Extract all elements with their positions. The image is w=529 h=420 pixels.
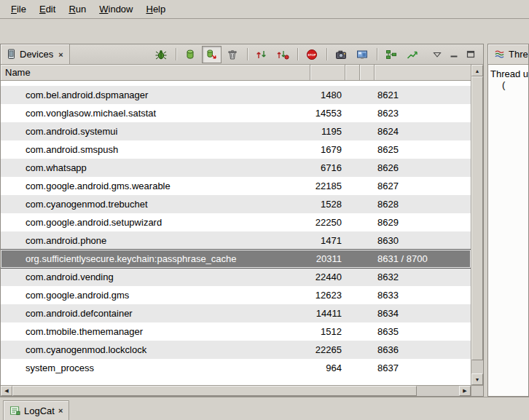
tree-view-button[interactable] xyxy=(382,46,401,63)
logcat-icon xyxy=(9,405,20,416)
process-name: com.android.defcontainer xyxy=(1,308,310,319)
heap-update-cylinder-icon xyxy=(184,49,197,60)
table-row[interactable]: org.sufficientlysecure.keychain:passphra… xyxy=(1,250,471,268)
table-row[interactable]: com.whatsapp67168626 xyxy=(1,159,471,177)
menu-window[interactable]: Window xyxy=(93,1,139,17)
debug-process-button[interactable] xyxy=(152,46,171,63)
table-row[interactable]: com.android.defcontainer144118634 xyxy=(1,304,471,322)
process-port: 8637 xyxy=(375,362,471,373)
toolbar-separator xyxy=(377,48,377,60)
process-port: 8624 xyxy=(375,126,471,137)
update-threads-button[interactable] xyxy=(252,46,272,63)
stop-sign-icon: STOP xyxy=(305,49,318,60)
close-icon[interactable]: × xyxy=(58,406,63,415)
process-name: com.android.smspush xyxy=(1,144,310,155)
bottom-tab-bar: LogCat × xyxy=(0,397,529,420)
table-row[interactable]: com.vonglasow.michael.satstat145538623 xyxy=(1,104,471,122)
vertical-scrollbar-thumb[interactable] xyxy=(471,76,483,360)
column-header-name[interactable]: Name xyxy=(1,65,310,81)
process-name: com.android.phone xyxy=(1,235,310,246)
scroll-down-button[interactable]: ▼ xyxy=(471,373,483,385)
cause-gc-button[interactable] xyxy=(223,46,243,63)
maximize-button[interactable] xyxy=(464,48,477,61)
menu-run[interactable]: Run xyxy=(62,1,93,17)
column-header-port[interactable] xyxy=(375,65,471,81)
scroll-right-button[interactable]: ▶ xyxy=(459,386,471,396)
process-pid: 22265 xyxy=(310,344,345,355)
process-pid: 964 xyxy=(310,362,345,373)
table-row[interactable]: com.tmobile.thememanager15128635 xyxy=(1,322,471,341)
process-port: 8631 / 8700 xyxy=(375,253,471,264)
threads-message: Thread up ( xyxy=(488,65,528,396)
view-window-controls xyxy=(431,44,483,64)
column-header-pid[interactable] xyxy=(310,65,345,81)
process-pid: 22250 xyxy=(310,217,345,228)
scrollbar-corner xyxy=(471,385,483,396)
toolbar-separator xyxy=(247,48,248,60)
table-row[interactable]: com.cyanogenmod.trebuchet15288628 xyxy=(1,195,471,213)
table-row[interactable]: com.android.vending224408632 xyxy=(1,268,471,286)
close-icon[interactable]: × xyxy=(57,50,63,59)
process-name: com.bel.android.dspmanager xyxy=(1,90,310,100)
process-port: 8636 xyxy=(375,344,471,355)
camera-icon xyxy=(334,49,348,60)
view-menu-button[interactable] xyxy=(431,48,444,61)
process-port: 8621 xyxy=(375,90,471,100)
column-header-empty[interactable] xyxy=(360,65,375,81)
devices-toolbar: STOP xyxy=(152,44,423,64)
table-row[interactable]: com.bel.android.dspmanager14808621 xyxy=(1,86,471,104)
method-profiling-button[interactable] xyxy=(273,46,293,63)
svg-text:STOP: STOP xyxy=(308,52,317,56)
column-header-empty[interactable] xyxy=(345,65,360,81)
table-row[interactable]: com.android.systemui11958624 xyxy=(1,122,471,140)
table-empty-space xyxy=(1,377,471,385)
process-port: 8629 xyxy=(375,217,471,228)
devices-tab-bar: Devices × xyxy=(1,44,483,65)
device-icon xyxy=(7,49,16,60)
table-row[interactable]: com.android.smspush16798625 xyxy=(1,140,471,159)
table-row[interactable]: com.google.android.gms126238633 xyxy=(1,286,471,304)
tab-threads[interactable]: Threads xyxy=(488,44,528,64)
process-name: com.cyanogenmod.lockclock xyxy=(1,344,310,355)
horizontal-scrollbar-thumb[interactable] xyxy=(12,386,417,396)
scroll-up-button[interactable]: ▲ xyxy=(471,65,483,76)
screen-view-button[interactable] xyxy=(353,46,372,63)
table-row[interactable]: com.google.android.gms.wearable221858627 xyxy=(1,177,471,195)
process-name: com.whatsapp xyxy=(1,162,310,173)
menu-help[interactable]: Help xyxy=(139,1,172,17)
process-pid: 6716 xyxy=(310,162,345,173)
minimize-button[interactable] xyxy=(447,48,461,61)
process-port: 8626 xyxy=(375,162,471,173)
chevron-down-icon xyxy=(433,51,442,58)
process-port: 8634 xyxy=(375,308,471,319)
toolbar-separator xyxy=(176,48,176,60)
horizontal-scrollbar-row: ◀ ▶ xyxy=(1,385,483,396)
scroll-left-button[interactable]: ◀ xyxy=(1,386,12,396)
table-row[interactable]: com.android.phone14718630 xyxy=(1,231,471,250)
process-name: org.sufficientlysecure.keychain:passphra… xyxy=(1,253,310,264)
threads-message-line2: ( xyxy=(488,79,528,90)
stop-process-button[interactable]: STOP xyxy=(302,46,322,63)
debug-bug-icon xyxy=(154,49,168,60)
process-pid: 1480 xyxy=(310,90,345,100)
tab-devices[interactable]: Devices × xyxy=(1,44,70,64)
table-row[interactable]: system_process9648637 xyxy=(1,359,471,377)
process-name: system_process xyxy=(1,362,310,373)
chart-arrow-button[interactable] xyxy=(403,46,423,63)
garbage-collect-trash-icon xyxy=(226,49,239,60)
table-row[interactable]: com.google.android.setupwizard222508629 xyxy=(1,213,471,231)
update-heap-button[interactable] xyxy=(181,46,200,63)
horizontal-scrollbar[interactable]: ◀ ▶ xyxy=(1,385,471,396)
menu-edit[interactable]: Edit xyxy=(33,1,62,17)
screen-capture-button[interactable] xyxy=(332,46,351,63)
main-area: Devices × xyxy=(0,44,529,397)
process-name: com.android.systemui xyxy=(1,126,310,137)
process-pid: 1679 xyxy=(310,144,345,155)
method-profiling-arrows-icon xyxy=(276,49,289,60)
tab-logcat[interactable]: LogCat × xyxy=(3,400,69,420)
table-row[interactable]: com.cyanogenmod.lockclock222658636 xyxy=(1,341,471,359)
vertical-scrollbar[interactable]: ▲ ▼ xyxy=(471,65,483,385)
dump-hprof-button[interactable] xyxy=(202,46,222,63)
menu-file[interactable]: File xyxy=(4,1,33,17)
threads-icon xyxy=(494,49,505,60)
